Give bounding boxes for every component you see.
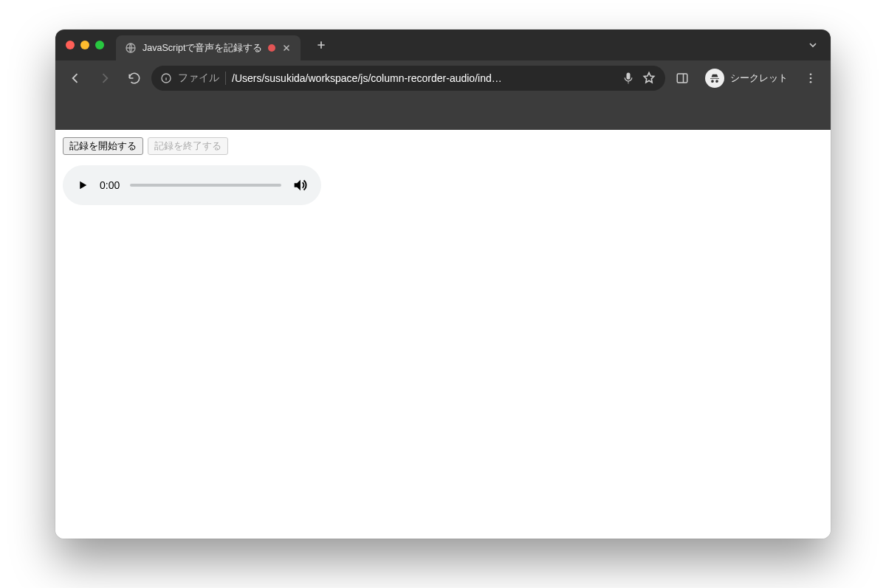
new-tab-button[interactable] <box>311 35 332 55</box>
forward-button[interactable] <box>92 66 117 91</box>
url-text: /Users/susukida/workspace/js/column-reco… <box>232 72 615 84</box>
toolbar: ファイル /Users/susukida/workspace/js/column… <box>55 60 831 96</box>
browser-tab[interactable]: JavaScriptで音声を記録する <box>116 35 301 60</box>
button-row: 記録を開始する 記録を終了する <box>63 137 823 155</box>
stop-recording-button[interactable]: 記録を終了する <box>148 137 228 155</box>
globe-icon <box>125 42 137 54</box>
incognito-label: シークレット <box>730 72 788 85</box>
incognito-indicator[interactable]: シークレット <box>699 69 794 88</box>
svg-point-5 <box>810 81 812 83</box>
titlebar: JavaScriptで音声を記録する <box>55 30 831 60</box>
svg-point-3 <box>810 73 812 75</box>
reload-button[interactable] <box>122 66 147 91</box>
audio-time: 0:00 <box>100 179 120 191</box>
play-icon[interactable] <box>76 179 89 192</box>
url-scheme-label: ファイル <box>178 72 219 85</box>
toolbar-lower <box>55 96 831 130</box>
incognito-icon <box>705 69 724 88</box>
start-recording-button[interactable]: 記録を開始する <box>63 137 143 155</box>
fullscreen-window-button[interactable] <box>95 41 104 49</box>
close-window-button[interactable] <box>66 41 75 49</box>
audio-seek-track[interactable] <box>130 184 281 187</box>
browser-window: JavaScriptで音声を記録する ファイル <box>55 30 831 539</box>
tab-title: JavaScriptで音声を記録する <box>142 42 262 55</box>
site-info-icon[interactable] <box>160 72 172 84</box>
page-content: 記録を開始する 記録を終了する 0:00 <box>55 130 831 539</box>
svg-rect-2 <box>677 74 687 83</box>
bookmark-star-icon[interactable] <box>642 71 656 86</box>
browser-menu-button[interactable] <box>798 66 823 91</box>
volume-icon[interactable] <box>292 177 308 193</box>
address-bar[interactable]: ファイル /Users/susukida/workspace/js/column… <box>151 66 665 91</box>
window-controls <box>66 41 104 49</box>
side-panel-button[interactable] <box>670 66 695 91</box>
audio-player[interactable]: 0:00 <box>63 165 321 205</box>
window-collapse-button[interactable] <box>806 38 820 52</box>
back-button[interactable] <box>63 66 88 91</box>
recording-indicator-icon <box>268 44 275 52</box>
voice-search-icon[interactable] <box>621 71 636 86</box>
minimize-window-button[interactable] <box>80 41 89 49</box>
svg-point-4 <box>810 77 812 80</box>
divider <box>225 72 226 85</box>
close-tab-icon[interactable] <box>281 43 292 53</box>
